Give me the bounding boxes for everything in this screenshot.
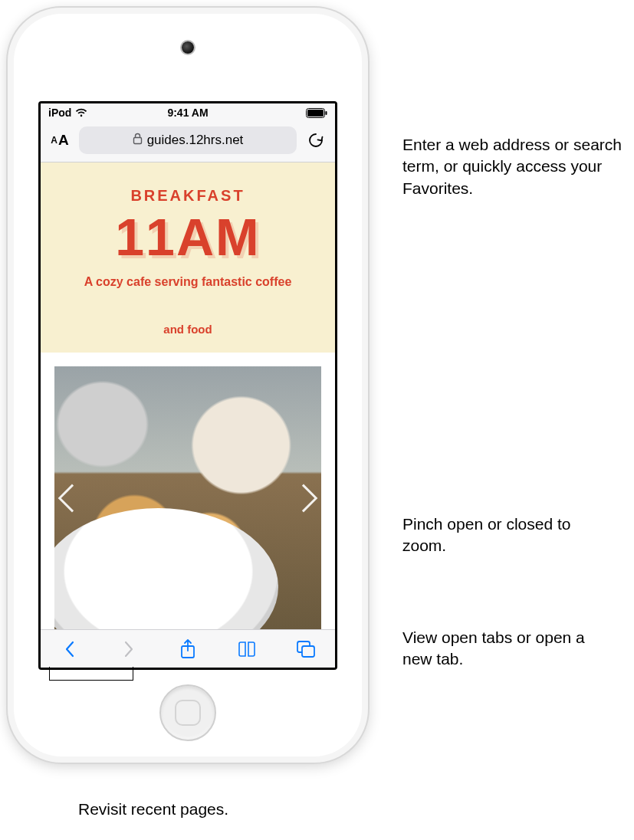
callout-line-history [91, 681, 93, 796]
carrier-label: iPod [48, 107, 71, 119]
text-size-button[interactable]: AA [47, 129, 73, 152]
share-button[interactable] [171, 632, 205, 666]
plate-shape [54, 508, 278, 629]
ipod-device: iPod 9:41 AM AA guides.12hrs.net [8, 8, 368, 763]
wifi-icon [75, 108, 87, 117]
hero-subtitle-2: and food [54, 323, 321, 336]
callout-history: Revisit recent pages. [78, 799, 308, 820]
url-text: guides.12hrs.net [147, 133, 244, 148]
url-field[interactable]: guides.12hrs.net [79, 126, 297, 154]
history-bracket [49, 667, 133, 681]
web-content[interactable]: BREAKFAST 11AM A cozy cafe serving fanta… [41, 162, 335, 629]
photo-container [41, 353, 335, 629]
svg-rect-1 [307, 110, 324, 116]
callout-address: Enter a web address or search term, or q… [402, 134, 625, 199]
callout-line-address [322, 146, 399, 161]
svg-rect-3 [133, 137, 141, 143]
camera-icon [182, 41, 194, 54]
svg-rect-6 [302, 646, 314, 657]
big-a-icon: A [58, 132, 69, 149]
home-button[interactable] [159, 684, 216, 741]
hero-time: 11AM [54, 211, 321, 263]
small-a-icon: A [51, 135, 57, 146]
svg-rect-2 [326, 111, 327, 115]
bottom-toolbar [41, 629, 335, 668]
callout-tabs: View open tabs or open a new tab. [402, 627, 602, 671]
forward-button[interactable] [112, 632, 146, 666]
battery-icon [306, 108, 327, 118]
callout-line-tabs [330, 642, 399, 658]
hero-subtitle-1: A cozy cafe serving fantastic coffee [54, 275, 321, 289]
carousel-prev-icon[interactable] [58, 484, 87, 512]
callout-zoom: Pinch open or closed to zoom. [402, 514, 602, 557]
hero-banner: BREAKFAST 11AM A cozy cafe serving fanta… [41, 162, 335, 353]
food-photo[interactable] [54, 366, 321, 629]
bookmarks-button[interactable] [230, 632, 264, 666]
tabs-button[interactable] [289, 632, 323, 666]
back-button[interactable] [53, 632, 87, 666]
address-bar: AA guides.12hrs.net [41, 122, 335, 162]
carousel-next-icon[interactable] [290, 484, 318, 512]
screen: iPod 9:41 AM AA guides.12hrs.net [38, 101, 337, 670]
lock-icon [133, 133, 143, 149]
status-bar: iPod 9:41 AM [41, 103, 335, 122]
callout-line-zoom [330, 529, 399, 544]
hero-label: BREAKFAST [54, 187, 321, 205]
